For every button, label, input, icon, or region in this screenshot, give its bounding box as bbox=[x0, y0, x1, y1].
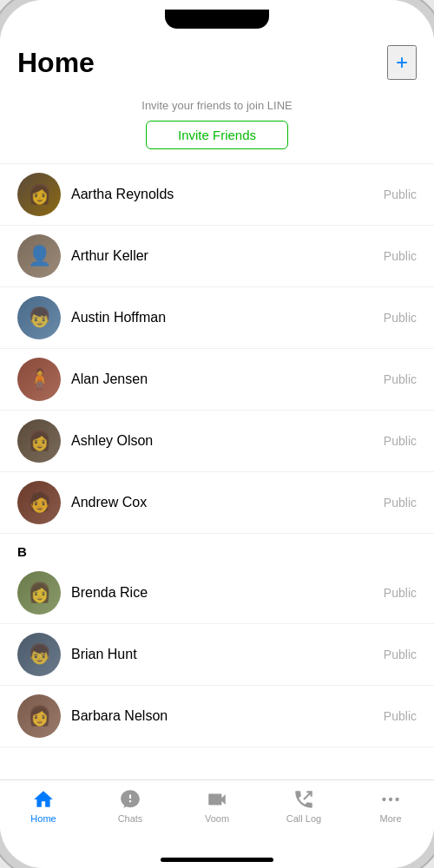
more-icon bbox=[378, 787, 403, 812]
contact-status: Public bbox=[384, 249, 417, 263]
contact-status: Public bbox=[384, 586, 417, 600]
invite-text: Invite your friends to join LINE bbox=[17, 99, 417, 112]
contact-name: Ashley Olson bbox=[71, 433, 373, 449]
section-header-b: B bbox=[0, 534, 434, 562]
contact-name: Andrew Cox bbox=[71, 495, 373, 510]
list-item[interactable]: 👩 Aartha Reynolds Public bbox=[0, 164, 434, 226]
svg-point-0 bbox=[382, 798, 385, 801]
list-item[interactable]: 👩 Barbara Nelson Public bbox=[0, 686, 434, 747]
contact-info: Brenda Rice bbox=[61, 585, 384, 601]
avatar: 👩 bbox=[17, 173, 61, 216]
tab-home-label: Home bbox=[30, 813, 56, 824]
contact-info: Austin Hoffman bbox=[61, 310, 384, 326]
invite-friends-button[interactable]: Invite Friends bbox=[146, 121, 288, 149]
avatar: 👦 bbox=[17, 633, 61, 676]
section-a: 👩 Aartha Reynolds Public 👤 Arthur Keller… bbox=[0, 164, 434, 534]
contact-info: Arthur Keller bbox=[61, 248, 384, 264]
contact-info: Andrew Cox bbox=[61, 495, 384, 510]
avatar: 🧍 bbox=[17, 358, 61, 401]
contact-info: Barbara Nelson bbox=[61, 708, 384, 724]
status-bar bbox=[0, 0, 434, 38]
list-item[interactable]: 👦 Brian Hunt Public bbox=[0, 624, 434, 686]
tab-calllog-label: Call Log bbox=[286, 813, 321, 824]
tab-more[interactable]: More bbox=[347, 786, 434, 825]
avatar: 👩 bbox=[17, 571, 61, 615]
contact-info: Brian Hunt bbox=[61, 647, 384, 662]
header: Home + bbox=[0, 38, 434, 90]
avatar: 🧑 bbox=[17, 481, 61, 524]
contacts-list: 👩 Aartha Reynolds Public 👤 Arthur Keller… bbox=[0, 164, 434, 779]
add-button[interactable]: + bbox=[387, 45, 417, 80]
contact-name: Austin Hoffman bbox=[71, 310, 373, 326]
svg-point-1 bbox=[389, 798, 392, 801]
contact-status: Public bbox=[384, 187, 417, 201]
contact-name: Barbara Nelson bbox=[71, 708, 373, 724]
list-item[interactable]: 👦 Austin Hoffman Public bbox=[0, 287, 434, 349]
avatar: 👩 bbox=[17, 419, 61, 463]
tab-home[interactable]: Home bbox=[0, 786, 87, 825]
list-item[interactable]: 👩 Ashley Olson Public bbox=[0, 411, 434, 472]
home-bar bbox=[161, 858, 273, 862]
list-item[interactable]: 🧍 Alan Jensen Public bbox=[0, 349, 434, 411]
contact-name: Alan Jensen bbox=[71, 372, 373, 387]
contact-status: Public bbox=[384, 648, 417, 661]
avatar: 👤 bbox=[17, 234, 61, 278]
list-item[interactable]: 👩 Brenda Rice Public bbox=[0, 562, 434, 624]
call-log-icon bbox=[292, 787, 316, 812]
contact-info: Aartha Reynolds bbox=[61, 187, 384, 202]
contact-status: Public bbox=[384, 709, 417, 723]
contact-name: Arthur Keller bbox=[71, 248, 373, 264]
list-item[interactable]: 👤 Arthur Keller Public bbox=[0, 226, 434, 287]
avatar: 👩 bbox=[17, 694, 61, 738]
svg-point-2 bbox=[395, 798, 398, 801]
tab-voom[interactable]: Voom bbox=[174, 786, 260, 825]
contact-status: Public bbox=[384, 434, 417, 448]
chats-icon bbox=[118, 787, 142, 812]
list-item[interactable]: 🧑 Andrew Cox Public bbox=[0, 472, 434, 534]
contact-name: Aartha Reynolds bbox=[71, 187, 373, 202]
invite-section: Invite your friends to join LINE Invite … bbox=[0, 90, 434, 164]
contact-info: Alan Jensen bbox=[61, 372, 384, 387]
contact-info: Ashley Olson bbox=[61, 433, 384, 449]
home-icon bbox=[31, 787, 56, 812]
avatar: 👦 bbox=[17, 296, 61, 339]
section-b: 👩 Brenda Rice Public 👦 Brian Hunt Public… bbox=[0, 562, 434, 747]
voom-icon bbox=[205, 787, 229, 812]
home-indicator bbox=[0, 851, 434, 868]
tab-bar: Home Chats Voom Call bbox=[0, 779, 434, 851]
tab-call-log[interactable]: Call Log bbox=[260, 786, 347, 825]
contact-name: Brenda Rice bbox=[71, 585, 373, 601]
tab-chats-label: Chats bbox=[118, 813, 143, 824]
contact-status: Public bbox=[384, 496, 417, 510]
tab-voom-label: Voom bbox=[205, 813, 229, 824]
tab-more-label: More bbox=[379, 813, 401, 824]
tab-chats[interactable]: Chats bbox=[87, 786, 174, 825]
phone-frame: Home + Invite your friends to join LINE … bbox=[0, 0, 434, 868]
contact-status: Public bbox=[384, 311, 417, 325]
notch bbox=[165, 10, 269, 29]
page-title: Home bbox=[17, 47, 95, 79]
contact-status: Public bbox=[384, 372, 417, 386]
contact-name: Brian Hunt bbox=[71, 647, 373, 662]
